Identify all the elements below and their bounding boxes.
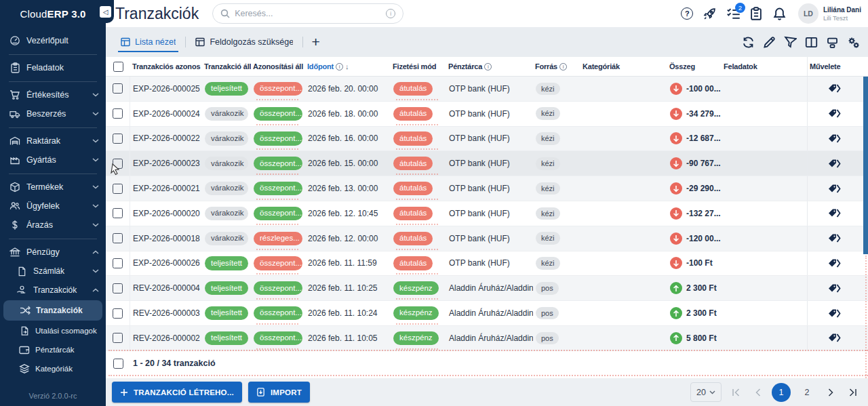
cell-transaction-status: várakozik [202, 102, 251, 126]
row-actions-button[interactable] [807, 77, 863, 101]
cell-payment: készpénz [391, 276, 446, 300]
table-row[interactable]: EXP-2026-000021várakozikösszepont...2026… [106, 176, 868, 201]
tab-list-view[interactable]: Lista nézet [113, 27, 184, 57]
sidebar-item-sz-ml-k[interactable]: Számlák [0, 262, 106, 281]
col-header-payment[interactable]: Fizetési mód [391, 62, 446, 70]
row-actions-button[interactable] [807, 226, 863, 251]
cell-ident-status: összepont... [251, 102, 305, 126]
sidebar-item-feladatok[interactable]: Feladatok [0, 58, 106, 77]
rocket-button[interactable] [703, 7, 717, 21]
sidebar-item-tranzakci-k[interactable]: Tranzakciók [0, 281, 106, 300]
row-actions-button[interactable] [807, 326, 863, 350]
sidebar-item-utal-si-csomagok[interactable]: Utalási csomagok [0, 321, 106, 340]
next-page-button[interactable] [823, 385, 838, 400]
table-row[interactable]: EXP-2026-000024várakozikösszepont...2026… [106, 102, 868, 127]
row-actions-button[interactable] [807, 102, 863, 126]
row-checkbox[interactable] [113, 108, 123, 119]
cell-tasks [722, 102, 807, 126]
table-row[interactable]: REV-2026-000004teljesítettösszepont...20… [106, 276, 868, 301]
cell-source: kézi [533, 151, 580, 176]
row-actions-button[interactable] [807, 127, 863, 151]
row-checkbox[interactable] [113, 333, 123, 343]
user-menu[interactable]: LD Liliána Dani Lili Teszt [798, 3, 861, 24]
edit-button[interactable] [763, 36, 776, 49]
table-row[interactable]: EXP-2026-000023várakozikösszepont...2026… [106, 151, 868, 176]
col-header-date[interactable]: Időponti↓ [305, 62, 391, 70]
sidebar-item-beszerz-s[interactable]: Beszerzés [0, 104, 106, 123]
sidebar-item-tranzakci-k[interactable]: Tranzakciók [3, 300, 102, 321]
sidebar-item-p-nzt-rc-k[interactable]: Pénztárcák [0, 340, 106, 359]
tab-separator [302, 37, 303, 47]
group-button[interactable] [826, 36, 839, 49]
sidebar-item-p-nz-gy[interactable]: Pénzügy [0, 243, 106, 262]
col-header-wallet[interactable]: Pénztárcai [446, 62, 533, 70]
sidebar-item-rakt-rak[interactable]: Raktárak [0, 131, 106, 150]
row-checkbox[interactable] [113, 83, 123, 94]
sidebar-item--rt-kes-t-s[interactable]: Értékesítés [0, 85, 106, 104]
sidebar-item-gy-rt-s[interactable]: Gyártás [0, 150, 106, 169]
col-header-tasks[interactable]: Feladatok [722, 62, 807, 70]
vertical-scrollbar[interactable] [863, 77, 868, 254]
sidebar-item-term-kek[interactable]: Termékek [0, 178, 106, 197]
sidebar-item-vez-rl-pult[interactable]: Vezérlőpult [0, 31, 106, 50]
row-checkbox[interactable] [113, 134, 123, 144]
sidebar-collapse-button[interactable]: ◁ [100, 6, 111, 18]
settings-button[interactable] [847, 36, 860, 49]
col-header-categories[interactable]: Kategóriák [580, 62, 667, 70]
sidebar-item--gyfelek[interactable]: Ügyfelek [0, 197, 106, 216]
table-row[interactable]: REV-2026-000002teljesítettösszepont...20… [106, 326, 868, 351]
table-row[interactable]: EXP-2026-000018várakozikrészleges...2026… [106, 226, 868, 251]
sidebar-item--raz-s[interactable]: Árazás [0, 216, 106, 235]
clipboard-button[interactable] [749, 7, 764, 21]
filter-button[interactable] [784, 36, 797, 49]
search-input[interactable]: Keresés... i [212, 3, 403, 24]
columns-button[interactable] [805, 36, 818, 49]
tab-processing-needed[interactable]: Feldolgozás szükséges [187, 27, 301, 57]
table-row[interactable]: EXP-2026-000026teljesítettösszepont...20… [106, 251, 868, 277]
col-header-source[interactable]: Forrási [533, 62, 580, 70]
row-actions-button[interactable] [807, 151, 863, 176]
row-actions-button[interactable] [807, 176, 863, 201]
row-checkbox[interactable] [113, 308, 123, 319]
sidebar-item-label: Pénztárcák [35, 346, 99, 354]
notifications-button[interactable] [772, 7, 787, 21]
tab-bar: Lista nézet Feldolgozás szükséges + [106, 27, 868, 57]
row-actions-button[interactable] [807, 276, 863, 300]
table-row[interactable]: EXP-2026-000022várakozikösszepont...2026… [106, 127, 868, 152]
last-page-button[interactable] [845, 385, 860, 400]
help-button[interactable]: ? [680, 7, 694, 21]
row-checkbox[interactable] [113, 283, 123, 293]
refresh-button[interactable] [742, 36, 755, 49]
cell-tasks [722, 326, 807, 350]
add-view-button[interactable]: + [311, 34, 319, 50]
row-actions-button[interactable] [807, 251, 863, 276]
row-checkbox[interactable] [113, 184, 123, 194]
row-actions-button[interactable] [807, 301, 863, 325]
first-page-button[interactable] [728, 385, 743, 400]
table-toolbar [742, 36, 860, 49]
select-all-checkbox[interactable] [113, 62, 123, 72]
page-size-select[interactable]: 20 [690, 382, 722, 402]
sidebar-divider [9, 127, 97, 128]
prev-page-button[interactable] [750, 385, 765, 400]
create-transaction-button[interactable]: TRANZAKCIÓ LÉTREHO... [112, 382, 242, 403]
col-header-ident-status[interactable]: Azonosítási áll [251, 62, 305, 70]
row-actions-button[interactable] [807, 201, 863, 226]
checklist-button[interactable]: 2 [726, 7, 741, 21]
table-row[interactable]: EXP-2026-000025teljesítettösszepont...20… [106, 77, 868, 102]
sidebar-item-kateg-ri-k[interactable]: Kategóriák [0, 359, 106, 378]
table-row[interactable]: EXP-2026-000020várakozikösszepont...2026… [106, 201, 868, 226]
page-1-button[interactable]: 1 [772, 383, 791, 402]
page-2-button[interactable]: 2 [797, 383, 816, 402]
table-row[interactable]: REV-2026-000003teljesítettösszepont...20… [106, 301, 868, 326]
cell-wallet: OTP bank (HUF) [446, 102, 533, 126]
cell-payment: átutalás [391, 201, 446, 226]
row-checkbox[interactable] [113, 233, 123, 243]
col-header-transaction-id[interactable]: Tranzakciós azonos [130, 62, 202, 70]
row-checkbox[interactable] [113, 258, 123, 268]
summary-checkbox[interactable] [113, 359, 123, 369]
col-header-amount[interactable]: Összeg [667, 62, 722, 70]
row-checkbox[interactable] [113, 208, 123, 218]
col-header-transaction-status[interactable]: Tranzakció álla [202, 62, 251, 70]
import-button[interactable]: IMPORT [248, 382, 310, 403]
